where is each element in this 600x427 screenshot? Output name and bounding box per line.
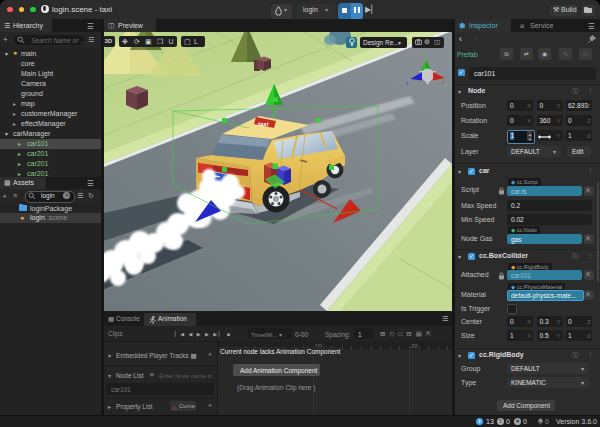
- svg-text:taxi: taxi: [258, 121, 269, 127]
- svg-text:Y: Y: [423, 53, 427, 59]
